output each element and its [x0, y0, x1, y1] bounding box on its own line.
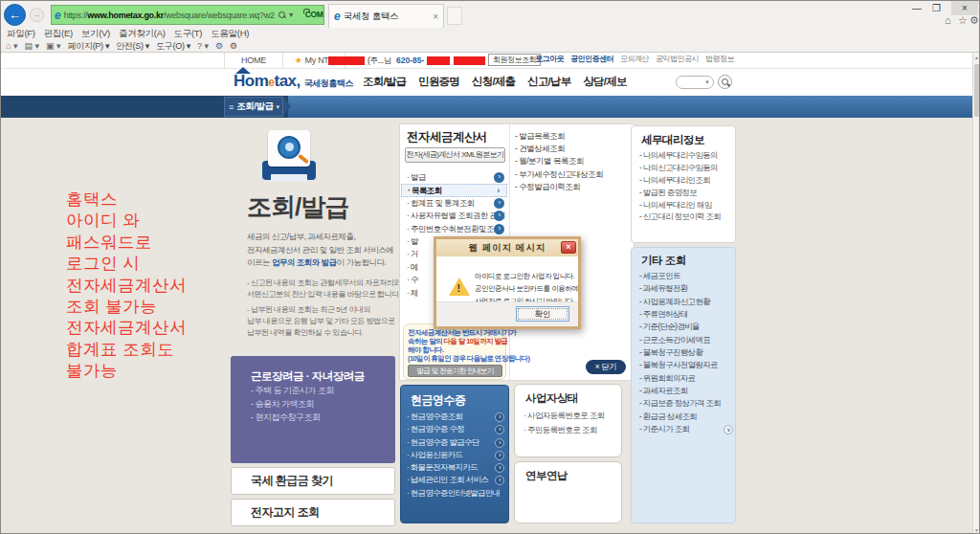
new-tab-button[interactable]: [447, 7, 462, 25]
etax-menu-item[interactable]: · 사용자유형별 조회권한 관리›: [401, 210, 507, 222]
etc-inquiry-link[interactable]: - 지급보증 정상가격 조회: [639, 398, 731, 411]
scroll-up-icon[interactable]: ▲: [974, 55, 979, 60]
tax-agent-info-box: 세무대리정보 - 나의세무대리수임동의- 나의신고대리수임동의- 나의세무대리인…: [631, 125, 736, 243]
incentive-link[interactable]: - 승용차 가액조회: [251, 398, 334, 412]
etc-inquiry-link-label: - 기준(단순)경비율: [639, 322, 700, 331]
etax-menu-item[interactable]: · 주민번호수취분전환및조회›: [401, 223, 507, 235]
command-addon-icon[interactable]: ⚙: [215, 41, 223, 51]
dialog-close-button[interactable]: ×: [561, 241, 576, 254]
cash-receipt-link[interactable]: · 납세관리인 조회 서비스›: [407, 475, 504, 487]
etc-inquiry-link[interactable]: - 위원회회의자료: [639, 373, 731, 386]
command-help-icon[interactable]: ? ▾: [197, 41, 209, 51]
etax-menu-item[interactable]: · 합계표 및 통계조회›: [401, 197, 507, 210]
etc-inquiry-link[interactable]: - 불복청구진행상황: [639, 347, 731, 360]
command-feeds-icon[interactable]: ▤ ▾: [24, 41, 39, 51]
tax-agent-link[interactable]: - 신고대리 정보이력 조회: [639, 211, 721, 224]
dialog-ok-button[interactable]: 확인: [516, 306, 569, 322]
nav-item[interactable]: 상담/제보: [583, 75, 626, 89]
settings-gear-icon[interactable]: ⚙: [969, 14, 979, 27]
nav-item[interactable]: 신청/제출: [472, 75, 515, 89]
nav-item[interactable]: 민원증명: [418, 75, 459, 89]
utility-link[interactable]: 로그아웃: [535, 54, 564, 64]
submenu-item[interactable]: - 건별상세조회: [515, 144, 632, 156]
command-tools-button[interactable]: 도구(O) ▾: [156, 40, 190, 53]
etc-inquiry-link[interactable]: - 과세자료조회: [639, 386, 731, 398]
incentive-link[interactable]: - 현지접수창구조회: [251, 412, 334, 425]
menu-item[interactable]: 즐겨찾기(A): [119, 28, 166, 40]
etc-inquiry-link[interactable]: - 사업용계좌신고현황: [639, 297, 731, 309]
forward-button[interactable]: →: [30, 8, 44, 22]
cash-receipt-link[interactable]: · 현금영수증 발급수단›: [407, 437, 504, 450]
menu-item[interactable]: 편집(E): [44, 28, 73, 40]
command-print-icon[interactable]: ▣ ▾: [46, 41, 61, 51]
submenu-item[interactable]: - 발급목록조회: [515, 131, 632, 144]
etc-inquiry-link[interactable]: - 근로소득간이세액표: [639, 335, 731, 347]
incentive-box-title: 근로장려금 · 자녀장려금: [251, 369, 365, 384]
tax-agent-link[interactable]: - 나의신고대리수임동의: [639, 163, 721, 175]
utility-link[interactable]: 모의계산: [620, 54, 649, 64]
business-status-link[interactable]: · 사업자등록번호로 조회: [523, 411, 605, 425]
xml-view-button[interactable]: 전자(세금)계산서 XML원본보기: [405, 147, 505, 163]
window-close-button[interactable]: ×: [951, 1, 978, 15]
cash-receipt-link[interactable]: · 현금영수증인터넷발급안내: [407, 488, 504, 501]
e-notice-box[interactable]: 전자고지 조회: [231, 499, 395, 526]
menu-item[interactable]: 도구(T): [174, 28, 203, 40]
submenu-item[interactable]: - 수정발급이력조회: [515, 182, 632, 194]
incentive-link[interactable]: - 주택 등 기준시가 조회: [251, 385, 334, 398]
command-safety-button[interactable]: 안전(S) ▾: [116, 40, 149, 53]
etc-inquiry-link[interactable]: - 과세유형전환: [639, 283, 731, 296]
command-addon2-icon[interactable]: ⚙: [230, 41, 237, 51]
menu-item[interactable]: 보기(V): [81, 28, 110, 40]
etc-inquiry-link[interactable]: - 불복청구사전열람자료: [639, 360, 731, 372]
menu-item[interactable]: 도움말(H): [211, 28, 249, 40]
back-button[interactable]: ←: [4, 4, 26, 26]
cash-receipt-link[interactable]: · 화물운전자복지카드›: [407, 462, 504, 475]
browser-tab[interactable]: e 국세청 홈택스 ×: [328, 4, 444, 28]
utility-link[interactable]: 공익법인공시: [656, 54, 699, 64]
tax-agent-link-label: - 나의세무대리인 해임: [639, 200, 712, 210]
deadline-guide-button[interactable]: 발급 및 전송기한 안내보기: [408, 365, 502, 377]
breadcrumb[interactable]: ≡ 조회/발급 ▾: [224, 97, 283, 117]
submenu-item[interactable]: - 부가세수정신고대상조회: [515, 169, 632, 182]
nav-item[interactable]: 신고/납부: [527, 75, 570, 89]
command-home-icon[interactable]: ⌂ ▾: [6, 41, 17, 51]
etc-inquiry-link[interactable]: - 환급금 상세조회: [639, 412, 731, 424]
cash-receipt-link[interactable]: · 현금영수증 수정›: [407, 424, 504, 436]
hometax-logo[interactable]: Hometax, 국세청홈택스: [234, 72, 353, 91]
command-page-button[interactable]: 페이지(P) ▾: [68, 40, 110, 53]
vertical-scrollbar[interactable]: ▲ ▼: [972, 53, 980, 534]
tax-agent-link[interactable]: - 발급된 증명정보: [639, 188, 721, 200]
etc-inquiry-link[interactable]: - 기준시가 조회∨: [639, 424, 731, 436]
utility-link[interactable]: 공인인증센터: [570, 54, 613, 64]
address-search-controls[interactable]: ▼: [278, 11, 297, 19]
tab-close-icon[interactable]: ×: [433, 11, 438, 22]
nav-item[interactable]: 조회/발급: [363, 75, 406, 89]
etc-inquiry-link[interactable]: - 세금포인트: [639, 271, 731, 283]
member-info-button[interactable]: 회원정보조회: [488, 54, 541, 66]
tax-agent-link[interactable]: - 나의세무대리인 해임: [639, 200, 721, 212]
etc-inquiry-link[interactable]: - 기준(단순)경비율: [639, 322, 731, 334]
submenu-close-button[interactable]: × 닫기: [586, 360, 626, 374]
cash-receipt-link[interactable]: · 사업용신용카드›: [407, 450, 504, 462]
etc-inquiry-link[interactable]: - 주류면허상태: [639, 309, 731, 322]
search-input[interactable]: ▼: [676, 76, 714, 89]
menu-item[interactable]: 파일(F): [7, 28, 35, 40]
tax-agent-link[interactable]: - 나의세무대리인조회: [639, 175, 721, 188]
submenu-item[interactable]: - 월/분기별 목록조회: [515, 156, 632, 168]
cash-receipt-link[interactable]: · 현금영수증조회›: [407, 412, 504, 424]
window-maximize-button[interactable]: ❐: [932, 3, 941, 13]
favorites-star-icon[interactable]: ☆: [958, 14, 968, 27]
address-bar[interactable]: e https://www.hometax.go.kr/websquare/we…: [51, 5, 324, 25]
search-button[interactable]: [718, 75, 732, 89]
home-icon[interactable]: ⌂: [945, 14, 951, 26]
etax-menu-item[interactable]: · 발급›: [401, 171, 507, 184]
utility-link[interactable]: 법령정보: [705, 54, 734, 64]
home-link[interactable]: HOME: [224, 53, 283, 68]
window-minimize-button[interactable]: —: [912, 3, 922, 13]
scrollbar-thumb[interactable]: [974, 64, 980, 117]
etax-menu-item[interactable]: · 목록조회›: [401, 184, 507, 196]
scroll-down-icon[interactable]: ▼: [974, 527, 979, 533]
tax-agent-link[interactable]: - 나의세무대리수임동의: [639, 150, 721, 163]
tax-refund-box[interactable]: 국세 환급금 찾기: [231, 467, 395, 495]
business-status-link[interactable]: · 주민등록번호로 조회: [523, 425, 605, 439]
